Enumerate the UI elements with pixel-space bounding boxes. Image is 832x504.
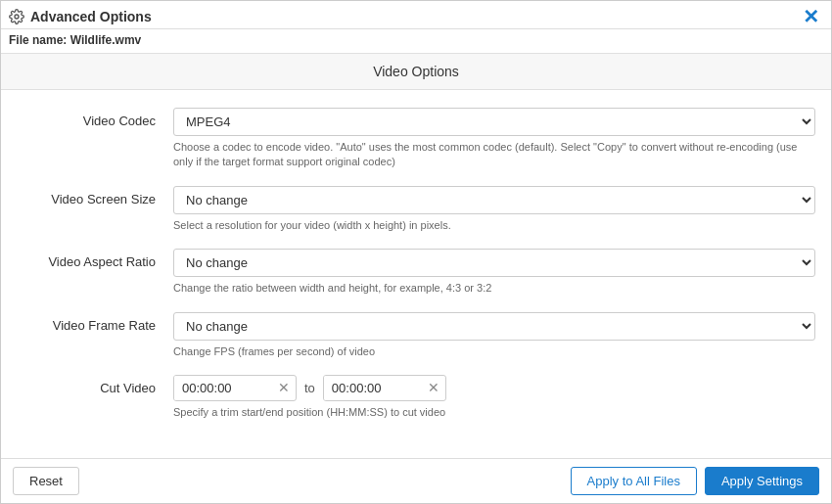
footer-right: Apply to All Files Apply Settings [571, 467, 819, 495]
video-aspect-ratio-select[interactable]: No change 4:3 16:9 3:2 1:1 [173, 249, 815, 277]
video-screen-size-group: No change 320x240 640x480 1280x720 1920x… [173, 186, 815, 233]
section-video-options: Video Options [1, 53, 831, 90]
to-label: to [304, 381, 315, 395]
video-aspect-ratio-hint: Change the ratio between width and heigh… [173, 281, 815, 296]
svg-point-0 [15, 15, 19, 19]
video-codec-hint: Choose a codec to encode video. "Auto" u… [173, 140, 815, 170]
dialog-title: Advanced Options [9, 9, 152, 24]
cut-video-inputs: ✕ to ✕ [173, 375, 815, 401]
video-screen-size-label: Video Screen Size [17, 186, 173, 206]
video-screen-size-row: Video Screen Size No change 320x240 640x… [1, 178, 831, 241]
video-frame-rate-row: Video Frame Rate No change 23.976 24 25 … [1, 304, 831, 367]
video-frame-rate-group: No change 23.976 24 25 29.97 30 60 Chang… [173, 312, 815, 359]
apply-all-button[interactable]: Apply to All Files [571, 467, 697, 495]
advanced-options-dialog: Advanced Options ✕ File name: Wildlife.w… [0, 0, 832, 504]
dialog-body: Video Options Video Codec Auto MPEG4 H.2… [1, 53, 831, 458]
cut-end-clear-button[interactable]: ✕ [422, 381, 445, 394]
title-text: Advanced Options [30, 9, 152, 24]
video-aspect-ratio-label: Video Aspect Ratio [17, 249, 173, 269]
video-screen-size-hint: Select a resolution for your video (widt… [173, 218, 815, 233]
video-aspect-ratio-row: Video Aspect Ratio No change 4:3 16:9 3:… [1, 241, 831, 303]
dialog-header: Advanced Options ✕ [1, 1, 831, 29]
gear-icon [9, 9, 24, 24]
cut-start-input[interactable] [174, 376, 272, 400]
reset-button[interactable]: Reset [13, 467, 79, 495]
video-codec-row: Video Codec Auto MPEG4 H.264 H.265 Copy … [1, 100, 831, 178]
cut-video-controls: ✕ to ✕ Specify a trim start/end position… [173, 375, 815, 420]
video-aspect-ratio-group: No change 4:3 16:9 3:2 1:1 Change the ra… [173, 249, 815, 296]
video-frame-rate-select[interactable]: No change 23.976 24 25 29.97 30 60 [173, 312, 815, 341]
file-name-row: File name: Wildlife.wmv [1, 29, 831, 53]
video-codec-select[interactable]: Auto MPEG4 H.264 H.265 Copy WMV [173, 108, 815, 136]
dialog-footer: Reset Apply to All Files Apply Settings [1, 458, 831, 503]
apply-settings-button[interactable]: Apply Settings [705, 467, 819, 495]
cut-start-clear-button[interactable]: ✕ [272, 381, 296, 394]
video-frame-rate-label: Video Frame Rate [17, 312, 173, 333]
cut-video-row: Cut Video ✕ to ✕ Specify a trim start/en… [1, 367, 831, 428]
video-frame-rate-hint: Change FPS (frames per second) of video [173, 344, 815, 359]
cut-start-wrapper: ✕ [173, 375, 297, 401]
cut-end-wrapper: ✕ [323, 375, 446, 401]
section-title: Video Options [373, 64, 459, 79]
close-button[interactable]: ✕ [801, 7, 821, 26]
cut-end-input[interactable] [324, 376, 422, 400]
file-name-value: Wildlife.wmv [70, 33, 142, 47]
video-codec-label: Video Codec [17, 108, 173, 128]
cut-video-label: Cut Video [17, 375, 173, 395]
cut-video-hint: Specify a trim start/end position (HH:MM… [173, 405, 815, 420]
video-screen-size-select[interactable]: No change 320x240 640x480 1280x720 1920x… [173, 186, 815, 214]
video-codec-group: Auto MPEG4 H.264 H.265 Copy WMV Choose a… [173, 108, 815, 170]
file-label: File name: [9, 33, 67, 47]
